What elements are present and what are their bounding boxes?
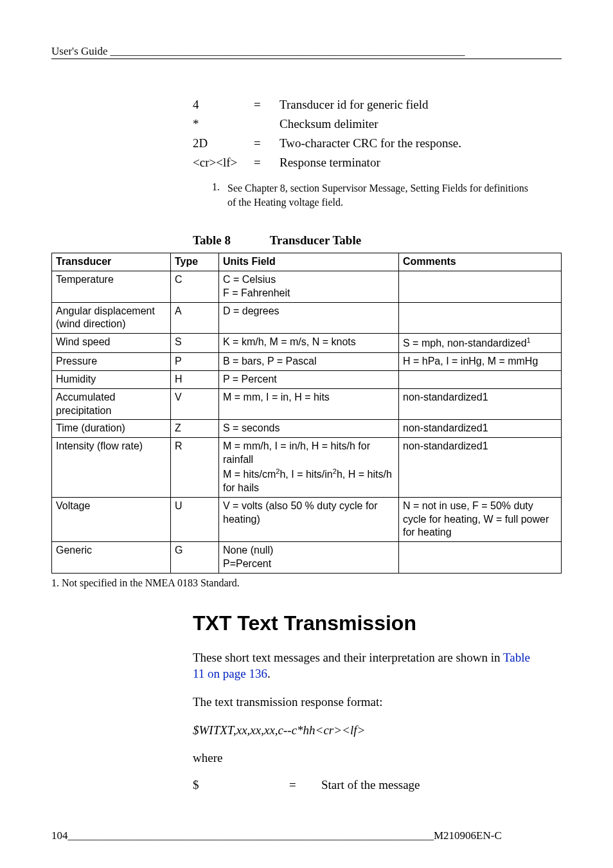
cell: Intensity (flow rate) xyxy=(52,438,171,498)
doc-id: M210906EN-C xyxy=(434,829,502,842)
cell: M = mm/h, I = in/h, H = hits/h for rainf… xyxy=(219,438,399,498)
cell: H = hPa, I = inHg, M = mmHg xyxy=(399,353,562,371)
th-units: Units Field xyxy=(219,253,399,271)
table-title: Transducer Table xyxy=(270,233,361,247)
definition-list: 4 = Transducer id for generic field * Ch… xyxy=(193,98,542,170)
table-number: Table 8 xyxy=(193,233,267,248)
cell: S = mph, non-standardized1 xyxy=(399,334,562,353)
cell: Angular displacement (wind direction) xyxy=(52,302,171,334)
cell: non-standardized1 xyxy=(399,388,562,420)
definition-list: $ = Start of the message xyxy=(193,778,542,792)
cell xyxy=(399,302,562,334)
header-rule-extension: ________________________________________… xyxy=(111,46,465,57)
table-row: Angular displacement (wind direction) A … xyxy=(52,302,562,334)
cell: Humidity xyxy=(52,371,171,389)
cell: S = seconds xyxy=(219,420,399,438)
table-caption: Table 8 Transducer Table xyxy=(193,233,562,248)
def-term: * xyxy=(193,117,254,131)
cell: G xyxy=(171,542,219,574)
def-desc: Checksum delimiter xyxy=(280,117,542,131)
cell: R xyxy=(171,438,219,498)
def-desc: Start of the message xyxy=(321,778,542,792)
section-heading: TXT Text Transmission xyxy=(193,611,562,635)
table-row: Temperature C C = Celsius F = Fahrenheit xyxy=(52,271,562,302)
th-comments: Comments xyxy=(399,253,562,271)
footnote-text: See Chapter 8, section Supervisor Messag… xyxy=(227,181,529,209)
cell: Accumulated precipitation xyxy=(52,388,171,420)
cell: Z xyxy=(171,420,219,438)
def-row: 2D = Two-character CRC for the response. xyxy=(193,136,542,150)
def-row: 4 = Transducer id for generic field xyxy=(193,98,542,112)
cell: V xyxy=(171,388,219,420)
cell: Time (duration) xyxy=(52,420,171,438)
def-term: 4 xyxy=(193,98,254,112)
def-row: <cr><lf> = Response terminator xyxy=(193,156,542,170)
cell: C = Celsius F = Fahrenheit xyxy=(219,271,399,302)
cell: H xyxy=(171,371,219,389)
table-row: Accumulated precipitation V M = mm, I = … xyxy=(52,388,562,420)
def-eq: = xyxy=(254,136,280,150)
cell: Generic xyxy=(52,542,171,574)
cell: C xyxy=(171,271,219,302)
def-row: * Checksum delimiter xyxy=(193,117,542,131)
cell: K = km/h, M = m/s, N = knots xyxy=(219,334,399,353)
def-desc: Two-character CRC for the response. xyxy=(280,136,542,150)
table-row: Humidity H P = Percent xyxy=(52,371,562,389)
cell xyxy=(399,371,562,389)
table-row: Intensity (flow rate) R M = mm/h, I = in… xyxy=(52,438,562,498)
def-eq: = xyxy=(289,778,321,792)
def-eq xyxy=(254,117,280,131)
page-footer: 104 ____________________________________… xyxy=(51,829,562,842)
def-row: $ = Start of the message xyxy=(193,778,542,792)
page-number: 104 xyxy=(51,829,68,842)
footnote: 1. See Chapter 8, section Supervisor Mes… xyxy=(212,181,529,209)
cell: Voltage xyxy=(52,497,171,541)
cell: D = degrees xyxy=(219,302,399,334)
cell: S xyxy=(171,334,219,353)
cell: non-standardized1 xyxy=(399,420,562,438)
transducer-table: Transducer Type Units Field Comments Tem… xyxy=(51,253,562,574)
def-term: <cr><lf> xyxy=(193,156,254,170)
cell: Wind speed xyxy=(52,334,171,353)
body-paragraph: The text transmission response format: xyxy=(193,694,542,710)
def-eq: = xyxy=(254,156,280,170)
th-transducer: Transducer xyxy=(52,253,171,271)
cell: P = Percent xyxy=(219,371,399,389)
th-type: Type xyxy=(171,253,219,271)
body-paragraph: where xyxy=(193,750,542,766)
def-term: 2D xyxy=(193,136,254,150)
table-row: Generic G None (null) P=Percent xyxy=(52,542,562,574)
page-header: User's Guide xyxy=(51,45,108,57)
format-string: $WITXT,xx,xx,xx,c--c*hh<cr><lf> xyxy=(193,722,542,739)
table-footnote: 1. Not specified in the NMEA 0183 Standa… xyxy=(66,577,562,589)
cell: M = mm, I = in, H = hits xyxy=(219,388,399,420)
table-row: Time (duration) Z S = seconds non-standa… xyxy=(52,420,562,438)
def-term: $ xyxy=(193,778,289,792)
cell: B = bars, P = Pascal xyxy=(219,353,399,371)
cell: non-standardized1 xyxy=(399,438,562,498)
body-paragraph: These short text messages and their inte… xyxy=(193,649,542,682)
cell: P xyxy=(171,353,219,371)
table-row: Voltage U V = volts (also 50 % duty cycl… xyxy=(52,497,562,541)
cell: None (null) P=Percent xyxy=(219,542,399,574)
cell: V = volts (also 50 % duty cycle for heat… xyxy=(219,497,399,541)
table-row: Pressure P B = bars, P = Pascal H = hPa,… xyxy=(52,353,562,371)
def-desc: Transducer id for generic field xyxy=(280,98,542,112)
def-eq: = xyxy=(254,98,280,112)
table-row: Wind speed S K = km/h, M = m/s, N = knot… xyxy=(52,334,562,353)
table-header-row: Transducer Type Units Field Comments xyxy=(52,253,562,271)
cell xyxy=(399,542,562,574)
footer-rule: ________________________________________… xyxy=(68,829,434,842)
cell: Pressure xyxy=(52,353,171,371)
cell: N = not in use, F = 50% duty cycle for h… xyxy=(399,497,562,541)
cell: U xyxy=(171,497,219,541)
footnote-number: 1. xyxy=(212,181,227,209)
cell: Temperature xyxy=(52,271,171,302)
def-desc: Response terminator xyxy=(280,156,542,170)
cell xyxy=(399,271,562,302)
cell: A xyxy=(171,302,219,334)
